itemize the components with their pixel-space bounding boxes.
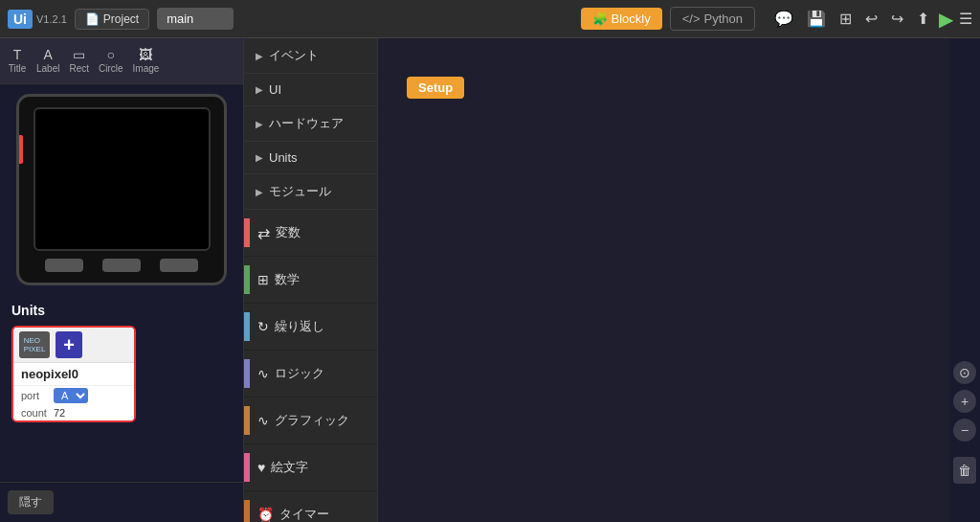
loop-icon: ↻ [257, 319, 269, 334]
zoom-center-button[interactable]: ⊙ [953, 361, 976, 384]
color-bar-graphics [244, 406, 250, 435]
unit-count-row: count 72 [13, 405, 134, 420]
arrow-icon: ▶ [256, 51, 263, 61]
left-panel: T Title A Label ▭ Rect ○ Circle 🖼 Image [0, 38, 244, 522]
logo: Ui [8, 10, 33, 29]
neopixel-icon: NEOPIXEL [19, 331, 50, 358]
hide-button[interactable]: 隠す [8, 490, 54, 514]
port-label: port [21, 390, 50, 401]
device-buttons [45, 259, 198, 272]
color-bar-timer [244, 500, 250, 522]
header-icons: 💬 💾 ⊞ ↩ ↪ ⬆ ▶ ☰ [770, 8, 972, 31]
image-label: Image [133, 63, 160, 74]
timer-icon: ⏰ [257, 507, 274, 522]
circle-icon: ○ [101, 48, 121, 61]
blockly-button[interactable]: 🧩 Blockly [581, 8, 662, 30]
project-button[interactable]: 📄 Project [75, 9, 149, 30]
image-tool[interactable]: 🖼 Image [133, 48, 160, 74]
port-select[interactable]: A B C [54, 388, 88, 403]
redo-button[interactable]: ↪ [887, 8, 907, 30]
menu-item-emoji[interactable]: ♥ 絵文字 [244, 444, 377, 491]
menu-item-timer[interactable]: ⏰ タイマー [244, 491, 377, 522]
menu-label-logic: ロジック [275, 365, 324, 382]
color-bar-logic [244, 359, 250, 388]
menu-item-ui[interactable]: ▶ UI [244, 74, 377, 106]
variables-icon: ⇄ [257, 224, 270, 242]
menu-label-event: イベント [269, 47, 319, 64]
unit-name: neopixel0 [13, 363, 134, 386]
menu-item-loop[interactable]: ↻ 繰り返し [244, 304, 377, 351]
color-bar-loop [244, 312, 250, 341]
code-icon: </> [682, 11, 701, 26]
main-layout: T Title A Label ▭ Rect ○ Circle 🖼 Image [0, 38, 980, 522]
play-button[interactable]: ▶ [939, 8, 953, 31]
unit-card-header: NEOPIXEL + [13, 328, 134, 363]
tab-name-input[interactable] [157, 8, 234, 30]
version-text: V1.2.1 [36, 13, 67, 25]
menu-item-modules[interactable]: ▶ モジュール [244, 174, 377, 210]
menu-label-math: 数学 [275, 271, 300, 288]
count-value: 72 [54, 407, 65, 419]
device-btn-1 [45, 259, 83, 272]
header: Ui V1.2.1 📄 Project 🧩 Blockly </> Python… [0, 0, 980, 38]
device-btn-3 [160, 259, 198, 272]
count-label: count [21, 407, 50, 419]
menu-label-loop: 繰り返し [275, 318, 324, 335]
menu-item-units[interactable]: ▶ Units [244, 142, 377, 174]
math-icon: ⊞ [257, 272, 269, 287]
menu-label-variables: 変数 [276, 224, 301, 241]
arrow-icon-hardware: ▶ [256, 119, 263, 129]
menu-label-units: Units [269, 150, 298, 165]
circle-tool[interactable]: ○ Circle [99, 48, 123, 74]
logo-area: Ui V1.2.1 [8, 10, 67, 29]
comment-button[interactable]: 💬 [770, 8, 797, 30]
undo-button[interactable]: ↩ [861, 8, 881, 30]
hamburger-button[interactable]: ☰ [959, 10, 972, 28]
toolbar: T Title A Label ▭ Rect ○ Circle 🖼 Image [0, 38, 243, 84]
rect-tool[interactable]: ▭ Rect [69, 48, 89, 74]
python-button[interactable]: </> Python [670, 7, 755, 31]
canvas-area[interactable]: Setup [378, 38, 949, 522]
setup-block[interactable]: Setup [407, 77, 464, 99]
unit-port-row: port A B C [13, 386, 134, 405]
menu-label-hardware: ハードウェア [269, 115, 344, 132]
trash-button[interactable]: 🗑 [953, 457, 976, 484]
upload-button[interactable]: ⬆ [913, 8, 933, 30]
label-label: Label [36, 63, 59, 74]
title-tool[interactable]: T Title [8, 48, 27, 74]
label-icon: A [38, 48, 57, 61]
arrow-icon-modules: ▶ [256, 187, 263, 197]
color-bar-emoji [244, 453, 250, 482]
color-bar-variables [244, 218, 250, 247]
bottom-left: 隠す [0, 482, 243, 522]
right-controls: ⊙ + − 🗑 [949, 38, 980, 522]
color-bar-math [244, 265, 250, 294]
menu-label-modules: モジュール [269, 183, 331, 200]
device-screen [33, 107, 211, 251]
zoom-in-button[interactable]: + [953, 390, 976, 413]
save-button[interactable]: 💾 [803, 8, 830, 30]
device-preview [16, 94, 227, 285]
title-label: Title [9, 63, 27, 74]
image-icon: 🖼 [136, 48, 155, 61]
puzzle-icon: 🧩 [592, 11, 608, 26]
menu-label-graphics: グラフィック [275, 412, 349, 429]
menu-item-graphics[interactable]: ∿ グラフィック [244, 397, 377, 444]
grid-button[interactable]: ⊞ [835, 8, 856, 30]
menu-label-emoji: 絵文字 [271, 459, 308, 476]
device-btn-2 [102, 259, 141, 272]
menu-item-variables[interactable]: ⇄ 変数 [244, 210, 377, 257]
menu-item-hardware[interactable]: ▶ ハードウェア [244, 106, 377, 142]
units-title: Units [11, 303, 232, 318]
menu-item-math[interactable]: ⊞ 数学 [244, 257, 377, 304]
add-unit-button[interactable]: + [56, 331, 82, 358]
menu-item-event[interactable]: ▶ イベント [244, 38, 377, 74]
label-tool[interactable]: A Label [36, 48, 59, 74]
unit-card: NEOPIXEL + neopixel0 port A B C count 72 [11, 326, 136, 422]
menu-item-logic[interactable]: ∿ ロジック [244, 351, 377, 397]
circle-label: Circle [99, 63, 123, 74]
project-icon: 📄 [85, 12, 100, 26]
zoom-out-button[interactable]: − [953, 419, 976, 442]
menu-label-ui: UI [269, 82, 281, 97]
emoji-icon: ♥ [257, 460, 265, 475]
